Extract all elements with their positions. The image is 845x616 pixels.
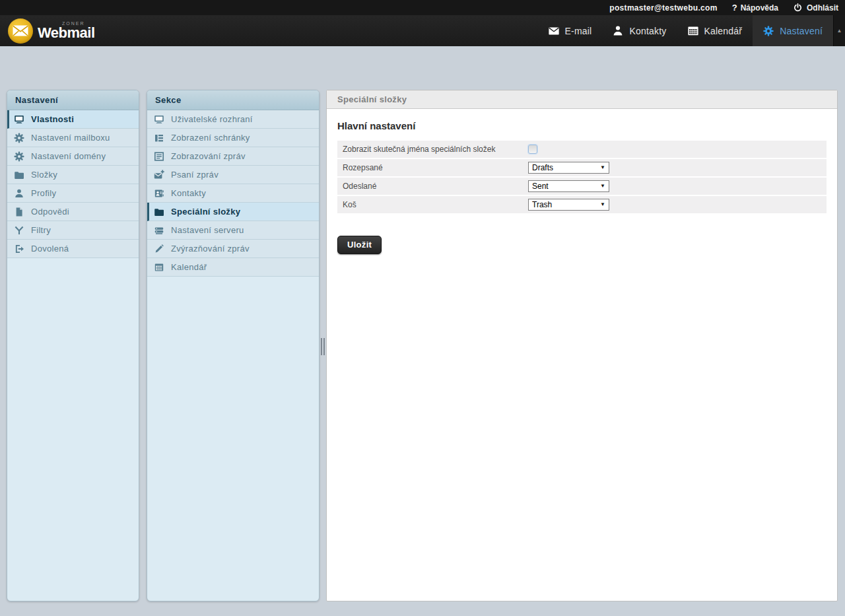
monitor-icon: [14, 114, 24, 125]
server-icon: [154, 225, 164, 236]
brand-logo[interactable]: ZONER Webmail: [0, 15, 95, 46]
sidebar-item-odpovedi[interactable]: Odpovědi: [7, 203, 139, 221]
sidebar-item-nastaveni-mailboxu[interactable]: Nastavení mailboxu: [7, 129, 139, 147]
real-names-checkbox[interactable]: [528, 145, 537, 154]
section-item-label: Zvýrazňování zpráv: [171, 244, 250, 254]
calendar-icon: [688, 26, 698, 36]
sidebar-item-vlastnosti[interactable]: Vlastnosti: [7, 110, 139, 129]
section-item-zvyraznovani-zprav[interactable]: Zvýrazňování zpráv: [147, 240, 319, 258]
user-email: postmaster@testwebu.com: [609, 3, 717, 13]
top-status-bar: postmaster@testwebu.com ? Nápověda Odhlá…: [0, 0, 845, 15]
gear-icon: [14, 133, 24, 143]
folder-icon: [154, 207, 164, 217]
document-icon: [14, 207, 24, 217]
sidebar-item-label: Složky: [31, 170, 57, 180]
sidebar-item-label: Filtry: [31, 225, 51, 235]
section-item-zobrazeni-schranky[interactable]: Zobrazení schránky: [147, 129, 319, 147]
trash-folder-select[interactable]: Trash ▼: [528, 199, 609, 211]
settings-sidebar-header: Nastavení: [7, 90, 139, 110]
section-item-nastaveni-serveru[interactable]: Nastavení serveru: [147, 221, 319, 240]
section-item-label: Zobrazení schránky: [171, 133, 250, 143]
section-item-label: Psaní zpráv: [171, 170, 219, 180]
sidebar-item-label: Profily: [31, 188, 56, 198]
question-icon: ?: [732, 3, 737, 13]
list-layout-icon: [154, 133, 164, 143]
drafts-folder-select[interactable]: Drafts ▼: [528, 162, 609, 174]
section-item-psani-zprav[interactable]: Psaní zpráv: [147, 166, 319, 184]
monitor-icon: [154, 114, 164, 125]
folder-icon: [14, 170, 24, 180]
row-label: Odeslané: [343, 182, 528, 191]
nav-tab-kalendar[interactable]: Kalendář: [677, 15, 753, 46]
save-button[interactable]: Uložit: [337, 236, 382, 254]
sidebar-item-profily[interactable]: Profily: [7, 184, 139, 203]
gear-icon: [14, 151, 24, 162]
select-value: Drafts: [532, 163, 553, 172]
nav-tab-email[interactable]: E-mail: [538, 15, 603, 46]
select-value: Trash: [532, 200, 552, 209]
compose-icon: [154, 170, 164, 180]
panel-splitter-handle[interactable]: [321, 338, 326, 355]
section-item-kontakty[interactable]: Kontakty: [147, 184, 319, 203]
sidebar-item-slozky[interactable]: Složky: [7, 166, 139, 184]
person-icon: [613, 26, 623, 36]
section-item-kalendar[interactable]: Kalendář: [147, 258, 319, 277]
nav-tab-nastaveni[interactable]: Nastavení: [753, 15, 833, 46]
gear-icon: [763, 26, 774, 36]
message-view-icon: [154, 151, 164, 162]
sent-folder-select[interactable]: Sent ▼: [528, 180, 609, 192]
section-item-label: Kalendář: [171, 262, 207, 272]
help-label: Nápověda: [741, 3, 778, 13]
chevron-down-icon: ▼: [600, 165, 605, 170]
main-panel-header: Speciální složky: [327, 90, 837, 109]
section-item-zobrazovani-zprav[interactable]: Zobrazování zpráv: [147, 147, 319, 166]
main-content-panel: Speciální složky Hlavní nastavení Zobraz…: [326, 90, 838, 601]
user-icon: [14, 188, 24, 199]
main-nav-bar: ZONER Webmail E-mail Kontakty Kalendář: [0, 15, 845, 46]
section-item-label: Kontakty: [171, 188, 206, 198]
pencil-icon: [154, 244, 164, 254]
chevron-down-icon: ▼: [600, 184, 605, 189]
section-item-label: Speciální složky: [171, 207, 240, 217]
nav-tab-label: Kalendář: [704, 26, 743, 36]
section-item-uzivatelske-rozhrani[interactable]: Uživatelské rozhraní: [147, 110, 319, 129]
sections-sidebar-header: Sekce: [147, 90, 319, 110]
sidebar-item-label: Nastavení domény: [31, 151, 106, 161]
logout-label: Odhlásit: [807, 3, 838, 13]
sidebar-item-filtry[interactable]: Filtry: [7, 221, 139, 240]
sidebar-item-nastaveni-domeny[interactable]: Nastavení domény: [7, 147, 139, 166]
section-item-specialni-slozky[interactable]: Speciální složky: [147, 203, 319, 221]
section-item-label: Zobrazování zpráv: [171, 151, 246, 161]
sidebar-item-label: Odpovědi: [31, 207, 69, 217]
section-item-label: Uživatelské rozhraní: [171, 114, 253, 124]
row-label: Zobrazit skutečná jména speciálních slož…: [343, 145, 528, 154]
sidebar-item-dovolena[interactable]: Dovolená: [7, 240, 139, 258]
select-value: Sent: [532, 182, 549, 191]
sidebar-item-label: Vlastnosti: [31, 114, 74, 124]
exit-icon: [14, 244, 24, 254]
brand-name: ZONER Webmail: [38, 21, 95, 40]
nav-tabs: E-mail Kontakty Kalendář Nastavení ▲: [538, 15, 845, 46]
filter-icon: [14, 225, 24, 236]
form-row-drafts: Rozepsané Drafts ▼: [337, 159, 827, 176]
envelope-icon: [549, 26, 559, 36]
chevron-up-icon: ▲: [837, 28, 842, 34]
sections-sidebar: Sekce Uživatelské rozhraní Zobrazení sch…: [147, 90, 320, 601]
nav-scroll-up-button[interactable]: ▲: [833, 15, 845, 46]
row-label: Rozepsané: [343, 163, 528, 172]
brand-envelope-icon: [8, 18, 33, 44]
settings-sidebar: Nastavení Vlastnosti Nastavení mailboxu …: [7, 90, 139, 601]
main-panel-body: Hlavní nastavení Zobrazit skutečná jména…: [327, 120, 837, 254]
power-icon: [793, 3, 803, 13]
form-row-trash: Koš Trash ▼: [337, 196, 827, 213]
sidebar-item-label: Dovolená: [31, 244, 69, 254]
form-row-show-real-names: Zobrazit skutečná jména speciálních slož…: [337, 141, 827, 158]
logout-link[interactable]: Odhlásit: [793, 3, 838, 13]
calendar-icon: [154, 262, 164, 273]
chevron-down-icon: ▼: [600, 202, 605, 207]
help-link[interactable]: ? Nápověda: [732, 3, 778, 13]
nav-tab-label: E-mail: [565, 26, 592, 36]
contact-card-icon: [154, 188, 164, 199]
sidebar-item-label: Nastavení mailboxu: [31, 133, 110, 143]
nav-tab-kontakty[interactable]: Kontakty: [602, 15, 677, 46]
